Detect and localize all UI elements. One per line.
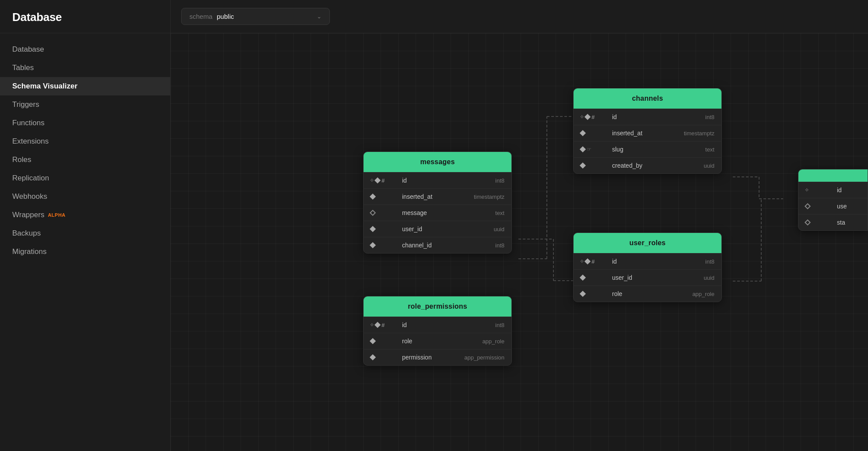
col-name: use: [835, 203, 861, 210]
sidebar-item-backups[interactable]: Backups: [0, 224, 170, 243]
diamond-outline-icon: [805, 219, 811, 226]
sidebar-header: Database: [0, 0, 170, 33]
col-type: uuid: [704, 275, 714, 281]
sidebar-item-replication[interactable]: Replication: [0, 169, 170, 187]
sidebar-item-functions[interactable]: Functions: [0, 114, 170, 132]
fingerprint-icon: ☞: [587, 146, 592, 152]
table-name-role-permissions: role_permissions: [408, 303, 467, 310]
diamond-filled-icon: [580, 146, 586, 152]
col-name: id: [610, 113, 702, 120]
table-row: ☞ slug text: [574, 141, 721, 157]
hash-icon: #: [382, 322, 385, 328]
table-messages[interactable]: messages ⌗ # id int8 inserted_at timesta…: [363, 152, 512, 254]
table-row: user_id uuid: [364, 221, 511, 237]
table-partial[interactable]: ⌗ id use sta: [798, 169, 868, 231]
table-header-partial: [798, 169, 868, 182]
col-name: user_id: [400, 226, 490, 233]
col-name: role: [400, 338, 479, 345]
col-type: app_permission: [464, 354, 504, 361]
diamond-filled-icon: [370, 194, 376, 200]
col-name: id: [400, 177, 492, 184]
table-row: ⌗ id: [798, 182, 868, 198]
main-content: schema public ⌄ messages: [171, 0, 868, 451]
table-header-role-permissions: role_permissions: [364, 296, 511, 317]
table-row: message text: [364, 204, 511, 221]
diamond-filled-icon: [580, 291, 586, 297]
col-name: inserted_at: [610, 130, 680, 137]
col-name: created_by: [610, 162, 700, 169]
table-header-user-roles: user_roles: [574, 233, 721, 253]
table-row: inserted_at timestamptz: [574, 125, 721, 141]
table-row: created_by uuid: [574, 157, 721, 173]
table-user-roles[interactable]: user_roles ⌗ # id int8 user_id uuid: [573, 233, 722, 302]
hash-icon: #: [592, 258, 595, 265]
col-name: channel_id: [400, 242, 492, 249]
diamond-filled-icon: [580, 130, 586, 136]
col-name: user_id: [610, 274, 700, 281]
col-type: timestamptz: [474, 194, 504, 200]
table-row: ⌗ # id int8: [364, 317, 511, 333]
col-type: int8: [705, 114, 714, 120]
table-name-user-roles: user_roles: [630, 239, 666, 247]
table-row: use: [798, 198, 868, 214]
diamond-filled-icon: [370, 242, 376, 248]
col-name: permission: [400, 354, 461, 361]
chevron-down-icon: ⌄: [317, 13, 322, 20]
schema-selector[interactable]: schema public ⌄: [181, 8, 330, 25]
col-type: uuid: [494, 226, 504, 233]
table-role-permissions[interactable]: role_permissions ⌗ # id int8 role app_ro…: [363, 296, 512, 366]
col-name: sta: [835, 219, 861, 226]
sidebar-title: Database: [12, 11, 62, 24]
col-name: role: [610, 290, 689, 297]
sidebar-item-database[interactable]: Database: [0, 40, 170, 59]
sidebar-item-triggers[interactable]: Triggers: [0, 95, 170, 114]
table-row: permission app_permission: [364, 349, 511, 365]
sidebar-item-wrappers[interactable]: WrappersALPHA: [0, 206, 170, 224]
diamond-filled-icon: [370, 226, 376, 232]
col-type: int8: [495, 177, 504, 184]
table-channels[interactable]: channels ⌗ # id int8 inserted_at timesta…: [573, 88, 722, 174]
schema-label: schema: [189, 13, 213, 20]
sidebar-item-webhooks[interactable]: Webhooks: [0, 187, 170, 206]
table-header-channels: channels: [574, 88, 721, 109]
sidebar-item-migrations[interactable]: Migrations: [0, 243, 170, 261]
col-type: int8: [495, 242, 504, 249]
col-type: text: [705, 146, 714, 153]
col-type: app_role: [482, 338, 504, 345]
relations-svg: [171, 33, 868, 451]
hash-icon: #: [382, 177, 385, 184]
table-name-channels: channels: [632, 95, 663, 102]
table-row: ⌗ # id int8: [574, 109, 721, 125]
table-name-messages: messages: [420, 158, 455, 166]
col-type: uuid: [704, 162, 714, 169]
col-name: message: [400, 209, 492, 216]
sidebar-item-roles[interactable]: Roles: [0, 151, 170, 169]
key-icon: ⌗: [804, 187, 810, 194]
sidebar-item-tables[interactable]: Tables: [0, 59, 170, 77]
col-type: int8: [705, 258, 714, 265]
sidebar-item-extensions[interactable]: Extensions: [0, 132, 170, 151]
col-type: app_role: [692, 291, 714, 297]
diamond-filled-icon: [584, 258, 591, 264]
diamond-filled-icon: [374, 322, 381, 328]
table-header-messages: messages: [364, 152, 511, 172]
alpha-badge: ALPHA: [48, 212, 65, 218]
table-row: role app_role: [574, 285, 721, 302]
col-name: id: [835, 187, 861, 194]
col-type: text: [495, 210, 504, 216]
diamond-outline-icon: [370, 210, 376, 216]
col-type: timestamptz: [684, 130, 714, 137]
sidebar-item-schema-visualizer[interactable]: Schema Visualizer: [0, 77, 170, 95]
schema-canvas[interactable]: messages ⌗ # id int8 inserted_at timesta…: [171, 33, 868, 451]
table-row: sta: [798, 214, 868, 230]
diamond-filled-icon: [370, 338, 376, 344]
schema-value: public: [217, 13, 312, 20]
diamond-outline-icon: [805, 203, 811, 209]
table-row: role app_role: [364, 333, 511, 349]
sidebar: Database DatabaseTablesSchema Visualizer…: [0, 0, 171, 451]
diamond-filled-icon: [370, 354, 376, 360]
main-header: schema public ⌄: [171, 0, 868, 33]
table-row: ⌗ # id int8: [364, 172, 511, 188]
hash-icon: #: [592, 114, 595, 120]
table-row: ⌗ # id int8: [574, 253, 721, 269]
